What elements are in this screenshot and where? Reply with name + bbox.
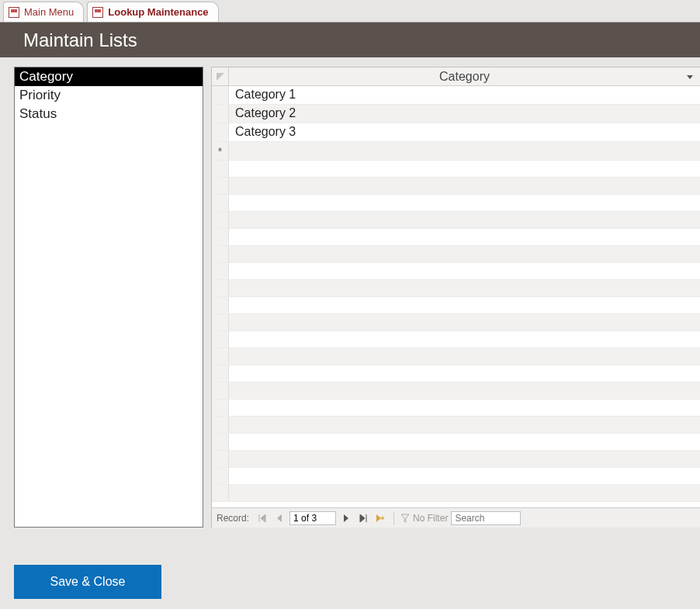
tab-lookup-maintenance[interactable]: Lookup Maintenance (87, 2, 218, 22)
record-navigator: Record: No Filter (212, 507, 700, 528)
last-record-icon (359, 514, 367, 522)
new-record-row[interactable]: * (212, 142, 700, 161)
nav-separator (393, 511, 394, 525)
sidebar-item-priority[interactable]: Priority (15, 86, 203, 105)
nav-new-button[interactable] (373, 511, 387, 525)
tab-label: Main Menu (24, 6, 74, 18)
sidebar-item-label: Priority (19, 88, 61, 102)
select-all-icon (217, 73, 224, 81)
nav-last-button[interactable] (356, 511, 370, 525)
grid-empty-area (212, 161, 700, 502)
cell-category[interactable] (229, 142, 700, 160)
form-icon (9, 7, 19, 18)
record-label: Record: (217, 513, 249, 524)
column-filter-dropdown[interactable] (684, 72, 695, 81)
save-close-button[interactable]: Save & Close (14, 565, 161, 599)
cell-category[interactable]: Category 2 (229, 105, 700, 123)
nav-prev-button[interactable] (272, 511, 286, 525)
cell-category[interactable]: Category 3 (229, 123, 700, 141)
datasheet: Category Category 1 Category 2 Categor (211, 67, 700, 528)
first-record-icon (258, 514, 266, 522)
nav-next-button[interactable] (339, 511, 353, 525)
table-row[interactable]: Category 2 (212, 105, 700, 123)
sidebar-item-label: Status (19, 106, 57, 121)
tab-main-menu[interactable]: Main Menu (3, 2, 84, 22)
select-all-cell[interactable] (212, 67, 229, 85)
page-title: Maintain Lists (23, 29, 137, 51)
column-header-category[interactable]: Category (229, 67, 700, 85)
sidebar-item-status[interactable]: Status (15, 105, 203, 123)
new-record-marker: * (212, 142, 229, 160)
row-selector[interactable] (212, 123, 229, 141)
tab-bar: Main Menu Lookup Maintenance (0, 0, 700, 22)
page-header: Maintain Lists (0, 22, 700, 57)
grid-body: Category 1 Category 2 Category 3 * (212, 86, 700, 507)
grid-data-rows: Category 1 Category 2 Category 3 * (212, 86, 700, 161)
sidebar-item-category[interactable]: Category (15, 67, 203, 86)
cell-category[interactable]: Category 1 (229, 86, 700, 104)
no-filter-label: No Filter (413, 513, 448, 524)
row-selector[interactable] (212, 105, 229, 123)
lookup-type-list: Category Priority Status (14, 67, 203, 528)
grid-header-row: Category (212, 67, 700, 86)
nav-first-button[interactable] (255, 511, 269, 525)
horizontal-scrollbar[interactable] (528, 513, 695, 524)
filter-icon (400, 514, 410, 523)
no-filter-indicator[interactable]: No Filter (400, 513, 448, 524)
chevron-down-icon (687, 75, 693, 79)
sidebar-item-label: Category (19, 69, 73, 84)
record-position-input[interactable] (289, 511, 336, 525)
prev-record-icon (276, 514, 282, 522)
new-record-icon (376, 514, 385, 522)
next-record-icon (343, 514, 349, 522)
tab-label: Lookup Maintenance (108, 6, 208, 18)
form-icon (92, 7, 103, 18)
search-input[interactable] (451, 511, 521, 525)
footer: Save & Close (0, 528, 700, 599)
save-close-label: Save & Close (50, 575, 126, 588)
content-area: Category Priority Status Category (0, 57, 700, 528)
row-selector[interactable] (212, 86, 229, 104)
table-row[interactable]: Category 1 (212, 86, 700, 105)
column-header-label: Category (439, 70, 490, 84)
table-row[interactable]: Category 3 (212, 123, 700, 142)
